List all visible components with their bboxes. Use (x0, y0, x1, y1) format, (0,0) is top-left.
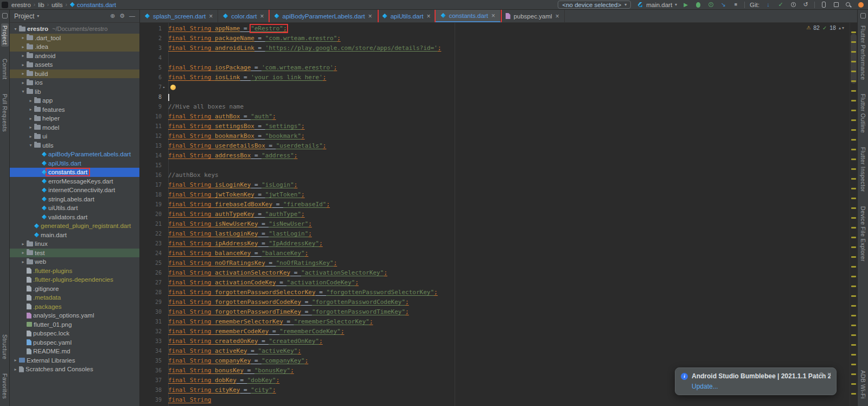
code-line-21[interactable]: 21final String isNewUserKey = "isNewUser… (140, 219, 850, 229)
tree-item-metadata[interactable]: .metadata (10, 293, 139, 302)
tab-close-icon[interactable]: × (556, 13, 559, 20)
tree-item-utils[interactable]: ▾utils (10, 141, 139, 150)
chevron-collapsed-icon[interactable]: ▸ (27, 116, 34, 121)
notifications-icon[interactable] (860, 13, 866, 18)
tool-button-flutter-inspector[interactable]: Flutter Inspector (859, 145, 867, 194)
tree-item-constants-dart[interactable]: constants.dart (10, 168, 139, 177)
tree-item-stringlabels-dart[interactable]: stringLabels.dart (10, 195, 139, 204)
run-configuration-selector[interactable]: main.dart ▾ (636, 1, 677, 9)
code-line-19[interactable]: 19final String firebaseIdBoxKey = "fireb… (140, 200, 850, 210)
stripe-warning-mark[interactable] (851, 256, 856, 258)
code-line-27[interactable]: 27final String activationCodeKey = "acti… (140, 278, 850, 288)
tool-button-flutter-outline[interactable]: Flutter Outline (859, 92, 867, 135)
locate-file-button[interactable]: ⊕ (110, 12, 115, 20)
tree-item-pubspec-yaml[interactable]: pubspec.yaml (10, 338, 139, 347)
stripe-warning-mark[interactable] (851, 149, 856, 150)
code-line-26[interactable]: 26final String activationSelectorKey = "… (140, 268, 850, 278)
code-line-9[interactable]: 9//Hive all boxes name (140, 102, 850, 112)
tab-close-icon[interactable]: × (492, 12, 495, 19)
stripe-warning-mark[interactable] (851, 383, 856, 385)
code-line-14[interactable]: 14final String addressBox = "address"; (140, 151, 850, 161)
tool-button-device-file-explorer[interactable]: Device File Explorer (859, 204, 867, 264)
stripe-warning-mark[interactable] (851, 31, 856, 33)
tree-item-pubspec-lock[interactable]: pubspec.lock (10, 329, 139, 338)
code-line-30[interactable]: 30final String forgottenPasswordTimeKey … (140, 307, 850, 317)
code-line-17[interactable]: 17final String isLoginKey = "isLogin"; (140, 180, 850, 190)
tree-item-generated-plugin-registrant-dart[interactable]: generated_plugin_registrant.dart (10, 221, 139, 231)
tool-button-pull-requests[interactable]: Pull Requests (1, 92, 9, 134)
tree-item-assets[interactable]: ▸assets (10, 60, 139, 69)
tree-item-web[interactable]: ▸web (10, 257, 139, 267)
chevron-expanded-icon[interactable]: ▾ (12, 27, 19, 31)
tree-item-flutter-plugins-dependencies[interactable]: .flutter-plugins-dependencies (10, 275, 139, 284)
tree-item-helper[interactable]: ▸helper (10, 114, 139, 123)
code-line-15[interactable]: 15 (140, 161, 850, 170)
code-line-11[interactable]: 11final String settingsBox = "settings"; (140, 122, 850, 131)
error-stripe[interactable] (850, 23, 857, 406)
code-line-12[interactable]: 12final String bookmarkBox = "bookmark"; (140, 131, 850, 141)
tab-close-icon[interactable]: × (426, 13, 430, 20)
stripe-warning-mark[interactable] (851, 188, 856, 189)
inspections-widget[interactable]: ⚠ 82 ✓ 18 ▴▾ (806, 24, 845, 31)
chevron-collapsed-icon[interactable]: ▸ (20, 45, 27, 49)
tab-apibodyparameterlabels-dart[interactable]: apiBodyParameterLabels.dart× (270, 10, 378, 22)
tree-item-internetconnectivity-dart[interactable]: internetConnectivity.dart (10, 186, 139, 195)
stripe-warning-mark[interactable] (851, 41, 856, 43)
tree-item-features[interactable]: ▸features (10, 105, 139, 115)
tool-button-flutter-performance[interactable]: Flutter Performance (859, 23, 867, 82)
tab-close-icon[interactable]: × (209, 13, 213, 20)
screenshot-button[interactable] (832, 1, 840, 9)
tree-item-main-dart[interactable]: main.dart (10, 231, 139, 240)
stripe-warning-mark[interactable] (851, 295, 856, 297)
chevron-collapsed-icon[interactable]: ▸ (20, 259, 27, 264)
stripe-warning-mark[interactable] (851, 334, 856, 336)
tree-item-external-libraries[interactable]: ▸External Libraries (10, 356, 139, 365)
stripe-warning-mark[interactable] (851, 178, 856, 180)
breadcrumb-constants-dart[interactable]: constants.dart (70, 2, 116, 8)
tree-item-idea[interactable]: ▸.idea (10, 42, 139, 52)
code-line-3[interactable]: 3final String androidLink = 'https://pla… (140, 43, 850, 53)
tree-item-linux[interactable]: ▸linux (10, 239, 139, 249)
search-everywhere-button[interactable] (845, 1, 852, 9)
stripe-warning-mark[interactable] (851, 158, 856, 160)
chevron-collapsed-icon[interactable]: ▸ (27, 125, 34, 130)
tab-close-icon[interactable]: × (260, 13, 264, 20)
stop-button[interactable]: ■ (732, 1, 739, 9)
stripe-warning-mark[interactable] (851, 237, 856, 238)
chevron-collapsed-icon[interactable]: ▸ (20, 242, 27, 246)
code-editor[interactable]: 1final String appName = "eRestro";2final… (140, 24, 850, 406)
tree-item-lib[interactable]: ▾lib (10, 87, 139, 97)
tree-item-flutter-01-png[interactable]: flutter_01.png (10, 320, 139, 329)
stripe-warning-mark[interactable] (851, 198, 856, 199)
stripe-warning-mark[interactable] (851, 71, 856, 72)
chevron-expanded-icon[interactable]: ▾ (27, 143, 34, 148)
debug-button[interactable] (694, 1, 702, 9)
stripe-warning-mark[interactable] (851, 227, 856, 229)
tab-color-dart[interactable]: color.dart× (218, 10, 269, 22)
tree-item-flutter-plugins[interactable]: .flutter-plugins (10, 267, 139, 276)
tool-button-structure[interactable]: Structure (1, 332, 9, 361)
code-line-1[interactable]: 1final String appName = "eRestro"; (140, 24, 850, 34)
stripe-warning-mark[interactable] (851, 393, 856, 395)
tree-item-android[interactable]: ▸android (10, 52, 139, 61)
tree-item-erestro[interactable]: ▾erestro~/Documents/erestro (10, 24, 139, 34)
chevron-down-icon[interactable]: ▾ (37, 14, 39, 18)
profile-button[interactable] (707, 1, 714, 9)
stripe-warning-mark[interactable] (851, 286, 856, 287)
code-line-39[interactable]: 39final String (140, 395, 850, 405)
stripe-warning-mark[interactable] (851, 217, 856, 219)
code-line-4[interactable]: 4 (140, 53, 850, 63)
code-line-6[interactable]: 6final String iosLink = 'your ios link h… (140, 73, 850, 83)
chevron-collapsed-icon[interactable]: ▸ (27, 134, 34, 139)
tree-item-gitignore[interactable]: .gitignore (10, 284, 139, 294)
chevron-collapsed-icon[interactable]: ▸ (20, 53, 27, 58)
chevron-expanded-icon[interactable]: ▾ (20, 89, 27, 94)
tool-button-project[interactable]: Project (1, 23, 9, 47)
stripe-warning-mark[interactable] (851, 373, 856, 375)
code-line-33[interactable]: 33final String createdOnKey = "createdOn… (140, 337, 850, 346)
stripe-warning-mark[interactable] (851, 325, 856, 326)
tree-item-model[interactable]: ▸model (10, 123, 139, 132)
chevron-collapsed-icon[interactable]: ▸ (20, 250, 27, 255)
chevron-collapsed-icon[interactable]: ▸ (20, 71, 27, 76)
tree-item-app[interactable]: ▸app (10, 96, 139, 105)
